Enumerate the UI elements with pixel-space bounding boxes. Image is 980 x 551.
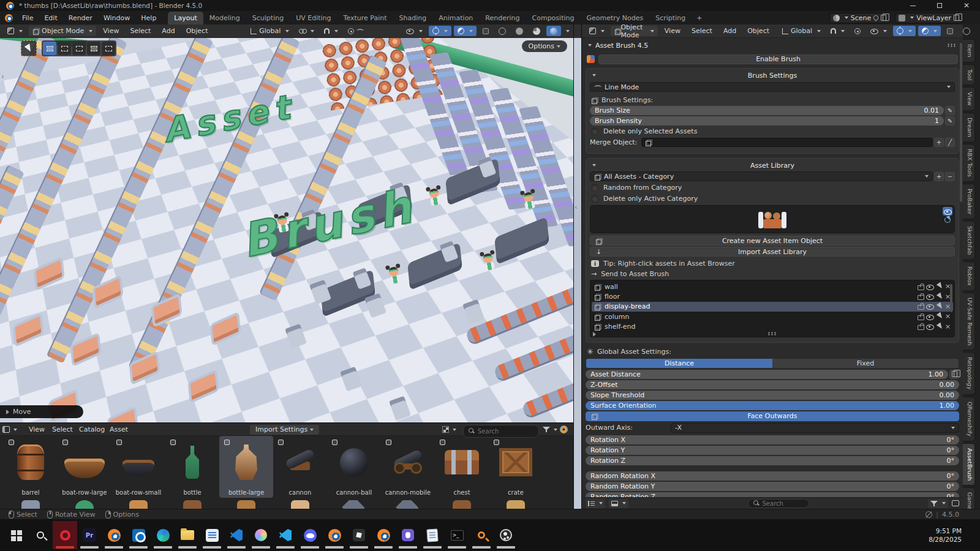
z-offset-slider[interactable]: Z-Offset0.00 [586,380,959,389]
select-icon[interactable] [937,313,943,320]
taskbar-premiere[interactable]: Pr [77,521,102,549]
editor-type-button[interactable] [2,423,17,436]
show-gizmo-button[interactable] [893,26,916,36]
menu-render[interactable]: Render [63,14,98,22]
select-icon[interactable] [937,303,943,310]
surface-orientation-slider[interactable]: Surface Orientation1.00 [586,401,959,410]
transform-orientation-selector[interactable]: Global [247,26,293,36]
sidebar-tab-view[interactable]: View [963,87,975,111]
select-icon[interactable] [937,323,943,331]
select-mode-intersect-button[interactable] [102,42,115,55]
enable-brush-button[interactable]: Enable Brush [598,54,958,64]
viewport-menu-object[interactable]: Object [182,27,213,35]
taskbar-obs[interactable] [494,521,518,549]
panel-search-input[interactable] [763,500,805,507]
merge-object-field[interactable] [641,138,933,147]
sidebar-tab-sketchfab[interactable]: Sketchfab [963,221,975,260]
lock-icon[interactable] [918,283,924,290]
remove-icon[interactable]: × [945,323,951,331]
create-asset-item-button[interactable]: Create new Asset Item Object [590,236,955,246]
rotation-z-slider[interactable]: Rotation Z0° [586,456,959,465]
taskbar-purple-app[interactable] [396,521,420,549]
workspace-tab-texture-paint[interactable]: Texture Paint [337,12,393,24]
asset-tile[interactable]: cannon-mobile [381,436,435,498]
asset-list-item[interactable]: shelf-end × [592,322,953,332]
list-resize-handle[interactable] [767,332,777,335]
filter-type-button[interactable] [609,499,628,508]
shading-wireframe-button[interactable] [959,26,974,36]
sidebar-tab-rbx-tools[interactable]: RBX Tools [963,144,975,182]
import-asset-library-button[interactable]: ↓Import Asset Library [590,247,955,257]
display-size-button[interactable] [442,423,456,436]
viewport-menu-add[interactable]: Add [719,27,741,35]
eyedropper-button[interactable]: ╱ [945,138,955,147]
workspace-tab-modeling[interactable]: Modeling [203,12,246,24]
snap-toggle[interactable] [320,26,342,36]
new-viewlayer-icon[interactable] [954,15,959,21]
browser-filter-button[interactable] [543,423,557,436]
random-category-checkbox[interactable] [591,184,599,192]
proportional-edit-toggle[interactable] [344,26,368,36]
xray-toggle[interactable] [479,26,492,36]
viewport-menu-view[interactable]: View [660,27,685,35]
lock-icon[interactable] [918,293,924,300]
viewport-menu-select[interactable]: Select [687,27,717,35]
taskbar-everything-search[interactable] [469,521,494,549]
add-workspace-button[interactable]: + [692,12,707,24]
brush-size-animate-button[interactable]: ✎ [945,106,955,115]
viewport-menu-add[interactable]: Add [157,27,179,35]
taskbar-search-button[interactable] [28,521,53,549]
viewport-menu-object[interactable]: Object [743,27,774,35]
lock-icon[interactable] [918,303,924,310]
asset-list-item[interactable]: wall × [592,282,953,291]
taskbar-discord[interactable] [298,521,322,549]
sidebar-tab-roblox[interactable]: Roblox [963,261,975,291]
show-gizmo-button[interactable] [429,26,451,36]
workspace-tab-animation[interactable]: Animation [432,12,479,24]
eye-icon[interactable] [926,302,934,310]
asset-tile[interactable]: barrel [4,436,58,498]
add-category-button[interactable]: + [934,172,944,181]
sidebar-tab-retopology[interactable]: Retopology [963,352,975,395]
line-mode-dropdown[interactable]: Line Mode [590,82,955,92]
brush-settings-header[interactable]: Brush Settings [590,70,955,81]
taskbar-outlook[interactable] [126,521,151,549]
brush-density-animate-button[interactable]: ✎ [945,116,955,126]
select-mode-set-button[interactable] [43,42,56,55]
asset-preview-box[interactable] [590,205,955,233]
distance-mode-button[interactable]: Distance [586,359,772,368]
taskbar-code-insiders[interactable] [224,521,249,549]
menu-file[interactable]: File [17,14,39,22]
asset-tile[interactable]: crate [489,436,543,498]
filter-button[interactable] [928,499,948,508]
pin-icon[interactable] [873,14,880,21]
sidebar-tab-probaker[interactable]: ProBaker [963,184,975,219]
random-rotation-y-slider[interactable]: Random Rotation Y0° [586,482,959,491]
show-overlays-button[interactable] [918,26,941,36]
viewport-scene[interactable]: Asset Brush [0,38,573,422]
show-visibility-button[interactable] [867,26,891,36]
rotation-y-slider[interactable]: Rotation Y0° [586,446,959,455]
taskbar-explorer[interactable] [175,521,200,549]
mode-selector[interactable]: Object Mode [29,26,96,36]
random-rotation-z-slider[interactable]: Random Rotation Z0° [586,492,959,497]
taskbar-blender-3[interactable] [371,521,396,549]
operator-panel[interactable]: Move [0,405,83,418]
shading-solid-button[interactable] [512,26,527,36]
outward-axis-dropdown[interactable]: -X [671,423,959,433]
toolbar-expand-arrow[interactable]: › [1,72,4,81]
taskbar-clock[interactable]: 9:51 PM 8/28/2025 [929,527,980,544]
active-tool-select-button[interactable] [21,40,37,56]
new-object-button[interactable]: + [934,138,944,147]
category-dropdown[interactable]: All Assets - Category [590,171,933,181]
sidebar-tab-uv-safe-remesh[interactable]: UV-Safe Remesh [963,293,975,350]
transform-pivot-button[interactable] [295,26,318,36]
sidebar-tab-item[interactable]: Item [963,39,975,62]
asset-tile-selected[interactable]: bottle-large [219,436,273,498]
workspace-tab-scripting[interactable]: Scripting [649,12,692,24]
asset-tile[interactable]: cannon [273,436,327,498]
new-scene-icon[interactable] [881,15,886,21]
lock-icon[interactable] [918,313,924,320]
taskbar-notepad[interactable] [420,521,445,549]
asset-library-header[interactable]: Asset Library [590,160,955,171]
